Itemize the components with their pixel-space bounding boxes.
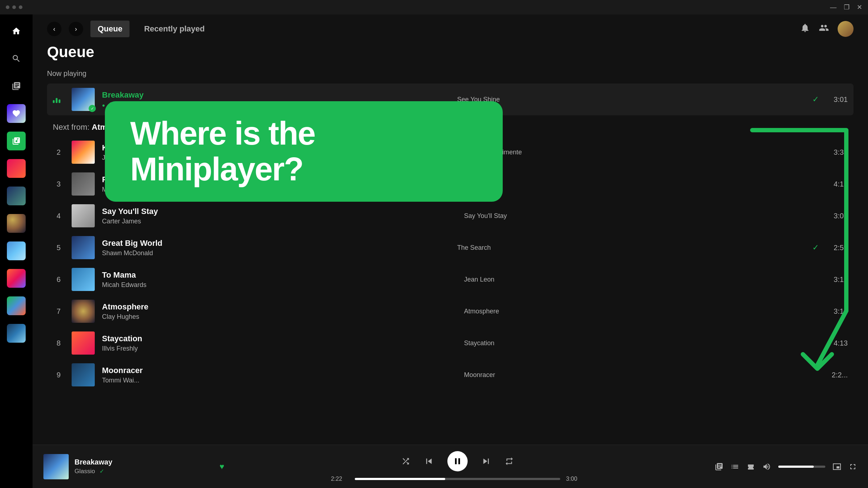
track-check-icon: ✓ [812, 243, 819, 252]
now-playing-title: Breakaway [102, 90, 450, 100]
title-dot-1 [6, 5, 9, 9]
track-meta: 3:12 [826, 275, 848, 284]
track-album: Staycation [464, 339, 819, 347]
maximize-button[interactable]: ❐ [844, 3, 850, 11]
forward-button[interactable]: › [69, 22, 83, 36]
track-duration: 4:11 [826, 180, 848, 188]
now-playing-album: See You Shine [457, 96, 805, 103]
player-bar: Breakaway Glassio ✓ ♥ [33, 445, 868, 488]
track-num: 8 [53, 339, 64, 347]
track-meta: 4:13 [826, 339, 848, 347]
sidebar-item-playlist1[interactable] [7, 132, 26, 150]
close-button[interactable]: ✕ [857, 3, 862, 11]
track-title: Atmosphere [102, 302, 457, 312]
track-title: Staycation [102, 334, 457, 343]
volume-fill [778, 466, 814, 468]
now-playing-meta: ✓ 3:01 [812, 95, 848, 104]
player-liked-icon[interactable]: ♥ [220, 462, 224, 471]
track-artist: Tommi Wai... [102, 377, 457, 384]
tab-queue[interactable]: Queue [90, 21, 129, 37]
track-album: Jean Leon [464, 276, 819, 283]
track-row[interactable]: 4 Say You'll Stay Carter James Say You'l… [47, 200, 854, 232]
sidebar-item-liked[interactable] [7, 104, 26, 123]
overlay-container: Where is the Miniplayer? [105, 101, 503, 202]
track-info: Atmosphere Clay Hughes [102, 302, 457, 321]
sidebar-item-app1[interactable] [7, 159, 26, 178]
playing-dot: ✓ [89, 105, 96, 112]
main-wrapper: ‹ › Queue Recently played Queue Now pla [33, 14, 868, 488]
track-row[interactable]: 9 Moonracer Tommi Wai... Moonracer 2:2..… [47, 359, 854, 391]
pause-button[interactable] [447, 451, 468, 471]
track-num: 9 [53, 371, 64, 379]
track-artist: Carter James [102, 218, 457, 225]
progress-fill [355, 478, 445, 480]
back-button[interactable]: ‹ [47, 22, 61, 36]
player-track-info: Breakaway Glassio ✓ [75, 458, 214, 475]
track-title: Great Big World [102, 239, 450, 248]
now-playing-num [53, 96, 64, 103]
overlay-bubble: Where is the Miniplayer? [105, 101, 503, 202]
current-time: 2:22 [331, 476, 349, 482]
minimize-button[interactable]: — [830, 4, 837, 11]
track-duration: 2:2... [826, 371, 848, 379]
connect-button[interactable] [746, 462, 755, 471]
friends-button[interactable] [819, 23, 829, 35]
sidebar-item-app4[interactable] [7, 241, 26, 260]
fullscreen-button[interactable] [848, 462, 857, 471]
track-row[interactable]: 6 To Mama Micah Edwards Jean Leon 3:12 [47, 264, 854, 295]
track-duration: 2:59 [826, 244, 848, 252]
window-controls[interactable]: — ❐ ✕ [830, 3, 862, 11]
tab-recently-played[interactable]: Recently played [137, 21, 212, 37]
track-row[interactable]: 5 Great Big World Shawn McDonald The Sea… [47, 232, 854, 264]
track-info: Great Big World Shawn McDonald [102, 239, 450, 257]
overlay-text: Where is the Miniplayer? [130, 116, 477, 187]
track-info: Staycation Illvis Freshly [102, 334, 457, 352]
sidebar-item-app6[interactable] [7, 296, 26, 315]
track-thumb [72, 268, 95, 291]
sidebar-item-app5[interactable] [7, 269, 26, 288]
track-info: Say You'll Stay Carter James [102, 207, 457, 225]
sidebar-item-app2[interactable] [7, 187, 26, 205]
next-button[interactable] [481, 456, 492, 467]
player-track-artist: Glassio ✓ [75, 468, 214, 475]
track-album: Atmosphere [464, 308, 819, 315]
sidebar-item-home[interactable] [7, 22, 26, 40]
sidebar-item-search[interactable] [7, 49, 26, 68]
track-info: To Mama Micah Edwards [102, 270, 457, 289]
player-center: 2:22 3:00 [224, 451, 691, 482]
track-thumb [72, 236, 95, 259]
shuffle-button[interactable] [401, 457, 410, 466]
track-row[interactable]: 7 Atmosphere Clay Hughes Atmosphere 3:10 [47, 295, 854, 327]
prev-button[interactable] [424, 456, 434, 467]
track-thumb [72, 363, 95, 386]
title-bar: — ❐ ✕ [0, 0, 868, 14]
volume-button[interactable] [762, 462, 771, 471]
sidebar-item-app7[interactable] [7, 324, 26, 343]
track-title: To Mama [102, 270, 457, 280]
track-meta: ✓ 2:59 [812, 243, 848, 252]
miniplayer-button[interactable] [833, 462, 841, 471]
now-playing-label: Now playing [47, 69, 854, 78]
track-thumb [72, 204, 95, 227]
bar-3 [59, 99, 60, 103]
player-controls [401, 451, 514, 471]
repeat-button[interactable] [505, 457, 514, 466]
track-duration: 3:07 [826, 212, 848, 220]
volume-bar[interactable] [778, 466, 825, 468]
sidebar-item-library[interactable] [7, 77, 26, 95]
bar-1 [53, 100, 55, 103]
now-playing-duration: 3:01 [826, 95, 848, 104]
user-avatar[interactable] [838, 21, 854, 37]
track-duration: 3:12 [826, 275, 848, 284]
progress-bar[interactable] [355, 478, 560, 480]
playing-indicator [53, 96, 64, 103]
title-dot-2 [12, 5, 16, 9]
player-track-title: Breakaway [75, 458, 214, 466]
now-playing-view-button[interactable] [715, 462, 723, 471]
track-num: 4 [53, 212, 64, 220]
queue-button[interactable] [731, 462, 739, 471]
track-album: Kleine Komplimente [464, 149, 819, 156]
sidebar-item-app3[interactable] [7, 214, 26, 233]
track-row[interactable]: 8 Staycation Illvis Freshly Staycation 4… [47, 327, 854, 359]
notifications-button[interactable] [800, 23, 810, 35]
